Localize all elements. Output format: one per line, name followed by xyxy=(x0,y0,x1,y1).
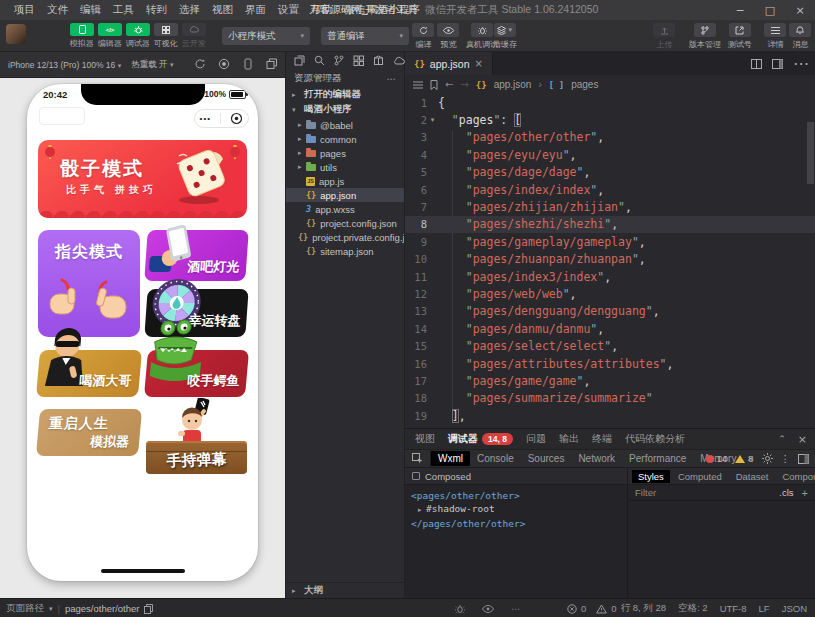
bookmark-icon[interactable] xyxy=(430,80,438,90)
cloud-dev-toggle[interactable]: 云开发 xyxy=(177,23,211,50)
menu-视图[interactable]: 视图 xyxy=(206,3,239,17)
wxml-close-tag[interactable]: </pages/other/other> xyxy=(411,517,621,530)
more-icon[interactable]: ⋯ xyxy=(387,73,397,84)
code-line-7[interactable]: 7 "pages/zhijian/zhijian", xyxy=(405,198,815,215)
copy-icon[interactable] xyxy=(144,604,153,614)
code-line-11[interactable]: 11 "pages/index3/index", xyxy=(405,268,815,285)
user-avatar[interactable] xyxy=(6,24,26,44)
code-line-14[interactable]: 14 "pages/danmu/danmu", xyxy=(405,320,815,337)
crocodile-card[interactable]: 咬手鳄鱼 xyxy=(144,350,249,397)
code-line-2[interactable]: 2▾ "pages": [ xyxy=(405,111,815,128)
wxml-open-tag[interactable]: <pages/other/other> xyxy=(411,489,621,502)
tab-app-json[interactable]: {} app.json × xyxy=(405,52,493,75)
menu-项目[interactable]: 项目 xyxy=(8,3,41,17)
more-dots-icon[interactable]: ••• xyxy=(200,115,211,123)
eol-setting[interactable]: LF xyxy=(759,603,770,614)
dock-side-icon[interactable] xyxy=(798,454,809,464)
messages-button[interactable]: 消息 xyxy=(789,23,811,51)
breadcrumb-file[interactable]: app.json xyxy=(494,79,532,90)
menu-设置[interactable]: 设置 xyxy=(272,3,305,17)
minimize-target-icon[interactable] xyxy=(230,112,243,125)
language-mode[interactable]: JSON xyxy=(782,603,807,614)
more-icon[interactable]: ⋯ xyxy=(793,54,809,73)
wxml-shadow-root[interactable]: ▸#shadow-root xyxy=(411,502,621,517)
code-line-5[interactable]: 5 "pages/dage/dage", xyxy=(405,164,815,181)
tree-item-pages[interactable]: ▸pages xyxy=(286,146,404,160)
devtools-error-count[interactable]: 14 xyxy=(706,453,728,464)
indentation-setting[interactable]: 空格: 2 xyxy=(678,602,708,615)
multi-window-icon[interactable] xyxy=(266,58,279,71)
settings-gear-icon[interactable] xyxy=(762,453,773,464)
devtools-tab-sources[interactable]: Sources xyxy=(521,451,572,466)
debug-tab-输出[interactable]: 输出 xyxy=(559,432,579,446)
outline-section[interactable]: ▸ 大纲 xyxy=(286,582,404,598)
menu-选择[interactable]: 选择 xyxy=(173,3,206,17)
close-panel-icon[interactable]: × xyxy=(798,433,807,446)
styles-tab-component-data[interactable]: Component Data xyxy=(776,470,815,483)
bar-light-card[interactable]: 酒吧灯光 xyxy=(144,230,249,281)
cursor-position[interactable]: 行 8, 列 28 xyxy=(621,602,666,615)
eye-icon[interactable] xyxy=(482,605,494,613)
styles-tab-styles[interactable]: Styles xyxy=(632,470,670,483)
version-control-button[interactable]: 版本管理 xyxy=(685,23,725,51)
bug-icon[interactable] xyxy=(455,604,465,614)
composed-checkbox[interactable] xyxy=(412,472,420,480)
minimize-button[interactable]: − xyxy=(725,0,755,20)
cloud-icon[interactable] xyxy=(393,56,405,65)
code-line-15[interactable]: 15 "pages/select/select", xyxy=(405,337,815,354)
add-style-icon[interactable]: + xyxy=(802,487,808,499)
devtools-tab-console[interactable]: Console xyxy=(470,451,521,466)
code-line-16[interactable]: 16 "pages/attributes/attributes", xyxy=(405,355,815,372)
code-line-6[interactable]: 6 "pages/index/index", xyxy=(405,181,815,198)
search-icon[interactable] xyxy=(314,55,325,66)
page-path-label[interactable]: 页面路径 xyxy=(6,602,44,615)
code-line-4[interactable]: 4 "pages/eyu/eyu", xyxy=(405,146,815,163)
drinking-brother-card[interactable]: 喝酒大哥 xyxy=(36,350,142,397)
preview-button[interactable]: 预览 xyxy=(437,23,459,51)
code-line-19[interactable]: 19 ], xyxy=(405,407,815,424)
tree-item-sitemap.json[interactable]: {}sitemap.json xyxy=(286,244,404,258)
forward-arrow-icon[interactable]: → xyxy=(460,79,468,90)
collapse-panel-icon[interactable]: ⌃ xyxy=(778,434,786,444)
tree-item-app.js[interactable]: JSapp.js xyxy=(286,174,404,188)
record-icon[interactable] xyxy=(218,58,231,71)
list-icon[interactable] xyxy=(413,81,423,89)
more-icon[interactable]: ⋯ xyxy=(511,603,521,614)
device-frame-icon[interactable] xyxy=(242,58,255,71)
tree-item-@babel[interactable]: ▸@babel xyxy=(286,118,404,132)
handheld-danmu-card[interactable]: 手持弹幕 xyxy=(146,400,247,474)
split-editor-icon[interactable] xyxy=(751,59,762,69)
problems-summary[interactable]: 0 0 xyxy=(567,599,617,617)
compile-button[interactable]: 编译 xyxy=(412,23,434,51)
menu-编辑[interactable]: 编辑 xyxy=(74,3,107,17)
code-line-1[interactable]: 1{ xyxy=(405,94,815,111)
layout-grid-icon[interactable] xyxy=(353,55,364,66)
device-select[interactable]: iPhone 12/13 (Pro) 100% 16 ▾ xyxy=(8,60,121,70)
close-button[interactable]: × xyxy=(785,0,815,20)
menu-文件[interactable]: 文件 xyxy=(41,3,74,17)
back-arrow-icon[interactable]: ← xyxy=(445,79,453,90)
encoding-setting[interactable]: UTF-8 xyxy=(720,603,747,614)
breadcrumb-node[interactable]: pages xyxy=(571,79,598,90)
debug-tab-调试器[interactable]: 调试器14, 8 xyxy=(448,432,513,446)
test-account-button[interactable]: 测试号 xyxy=(727,23,753,51)
code-line-12[interactable]: 12 "pages/web/web", xyxy=(405,285,815,302)
code-line-8[interactable]: 8 "pages/shezhi/shezhi", xyxy=(405,216,815,233)
close-tab-icon[interactable]: × xyxy=(475,58,483,69)
code-line-9[interactable]: 9 "pages/gameplay/gameplay", xyxy=(405,233,815,250)
inspect-element-icon[interactable] xyxy=(405,450,431,467)
tree-item-common[interactable]: ▸common xyxy=(286,132,404,146)
debug-tab-代码依赖分析[interactable]: 代码依赖分析 xyxy=(625,432,685,446)
fingertip-mode-card[interactable]: 指尖模式 xyxy=(38,230,140,337)
code-line-10[interactable]: 10 "pages/zhuanpan/zhuanpan", xyxy=(405,251,815,268)
styles-tab-dataset[interactable]: Dataset xyxy=(730,470,775,483)
toggle-panel-icon[interactable] xyxy=(772,59,783,69)
devtools-warning-count[interactable]: 8 xyxy=(735,453,753,464)
capsule-menu[interactable]: ••• xyxy=(194,109,249,128)
devtools-tab-wxml[interactable]: Wxml xyxy=(431,451,470,466)
tree-item-app.wxss[interactable]: 3app.wxss xyxy=(286,202,404,216)
menu-工具[interactable]: 工具 xyxy=(107,3,140,17)
filter-input[interactable]: Filter xyxy=(635,487,656,498)
styles-tab-computed[interactable]: Computed xyxy=(672,470,728,483)
open-editors-section[interactable]: ▸ 打开的编辑器 xyxy=(286,87,404,102)
